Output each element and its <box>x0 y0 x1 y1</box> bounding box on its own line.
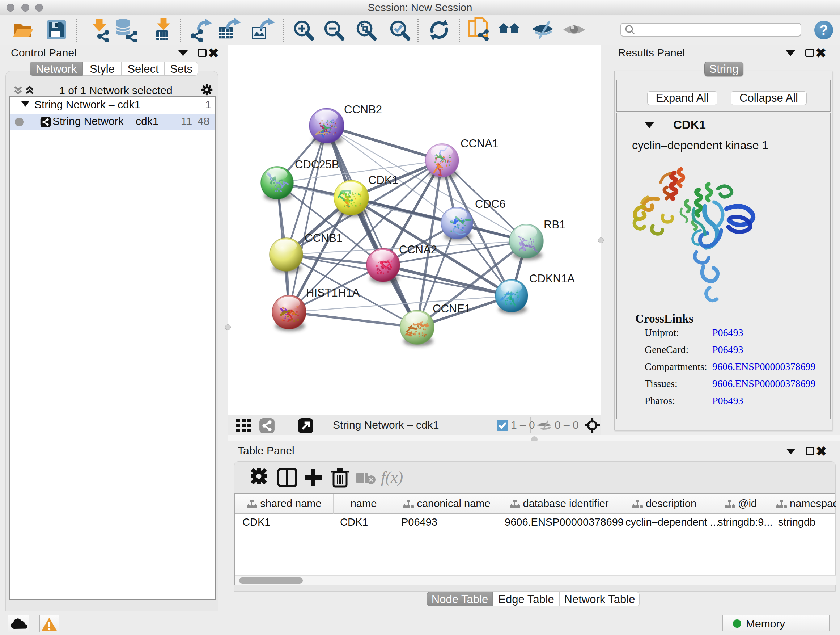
svg-text:CCNE1: CCNE1 <box>433 302 471 315</box>
svg-text:RB1: RB1 <box>544 218 565 231</box>
svg-text:CCNA2: CCNA2 <box>399 243 437 256</box>
svg-text:CCNB2: CCNB2 <box>344 103 382 116</box>
svg-text:CCNB1: CCNB1 <box>305 232 343 244</box>
svg-text:CDC6: CDC6 <box>475 198 505 211</box>
svg-text:CDKN1A: CDKN1A <box>529 272 575 285</box>
svg-text:CDC25B: CDC25B <box>295 158 339 171</box>
svg-text:CDK1: CDK1 <box>368 174 398 187</box>
svg-text:CCNA1: CCNA1 <box>461 137 499 150</box>
svg-text:HIST1H1A: HIST1H1A <box>306 287 360 299</box>
